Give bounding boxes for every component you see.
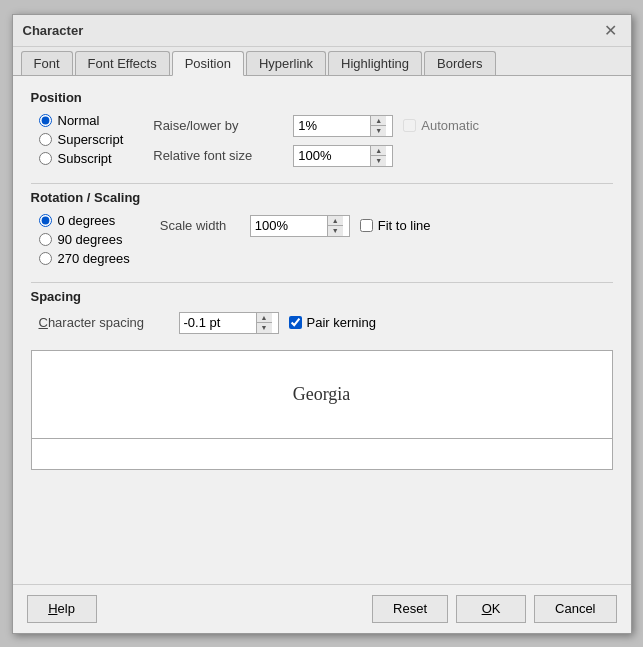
tab-borders[interactable]: Borders bbox=[424, 51, 496, 75]
fit-to-line-checkbox[interactable] bbox=[360, 219, 373, 232]
raise-lower-spinner[interactable]: ▲ ▼ bbox=[293, 115, 393, 137]
character-spacing-input[interactable] bbox=[180, 313, 256, 333]
raise-lower-arrows: ▲ ▼ bbox=[370, 116, 386, 136]
fit-to-line-row: Fit to line bbox=[360, 218, 431, 233]
rotation-270-row: 270 degrees bbox=[39, 251, 130, 266]
ok-button[interactable]: OK bbox=[456, 595, 526, 623]
tab-bar: Font Font Effects Position Hyperlink Hig… bbox=[13, 47, 631, 76]
help-button[interactable]: Help bbox=[27, 595, 97, 623]
rotation-270-radio[interactable] bbox=[39, 252, 52, 265]
divider-1 bbox=[31, 183, 613, 184]
divider-2 bbox=[31, 282, 613, 283]
scale-width-down-arrow[interactable]: ▼ bbox=[328, 226, 343, 236]
position-subscript-radio[interactable] bbox=[39, 152, 52, 165]
tab-font[interactable]: Font bbox=[21, 51, 73, 75]
relative-font-down-arrow[interactable]: ▼ bbox=[371, 156, 386, 166]
character-spacing-down-arrow[interactable]: ▼ bbox=[257, 323, 272, 333]
fit-to-line-label: Fit to line bbox=[378, 218, 431, 233]
position-normal-radio[interactable] bbox=[39, 114, 52, 127]
rotation-radio-group: 0 degrees 90 degrees 270 degrees bbox=[39, 213, 130, 266]
relative-font-up-arrow[interactable]: ▲ bbox=[371, 146, 386, 157]
automatic-label: Automatic bbox=[421, 118, 479, 133]
tab-content: Position Normal Superscript Subscript bbox=[13, 76, 631, 584]
position-subscript-label[interactable]: Subscript bbox=[58, 151, 112, 166]
tab-highlighting[interactable]: Highlighting bbox=[328, 51, 422, 75]
tab-hyperlink[interactable]: Hyperlink bbox=[246, 51, 326, 75]
pair-kerning-label: Pair kerning bbox=[307, 315, 376, 330]
rotation-0-label[interactable]: 0 degrees bbox=[58, 213, 116, 228]
rotation-0-row: 0 degrees bbox=[39, 213, 130, 228]
position-section-title: Position bbox=[31, 90, 613, 105]
character-spacing-arrows: ▲ ▼ bbox=[256, 313, 272, 333]
position-superscript-label[interactable]: Superscript bbox=[58, 132, 124, 147]
position-normal-label[interactable]: Normal bbox=[58, 113, 100, 128]
character-spacing-spinner[interactable]: ▲ ▼ bbox=[179, 312, 279, 334]
rotation-section: Rotation / Scaling 0 degrees 90 degrees … bbox=[31, 190, 613, 266]
title-bar: Character ✕ bbox=[13, 15, 631, 47]
scale-width-input[interactable] bbox=[251, 216, 327, 236]
help-label-text: elp bbox=[58, 601, 75, 616]
preview-bottom bbox=[32, 439, 612, 469]
dialog-footer: Help Reset OK Cancel bbox=[13, 584, 631, 633]
character-spacing-label: Character spacing bbox=[39, 315, 169, 330]
footer-right-buttons: Reset OK Cancel bbox=[372, 595, 616, 623]
relative-font-spinner[interactable]: ▲ ▼ bbox=[293, 145, 393, 167]
character-spacing-underline-char: C bbox=[39, 315, 48, 330]
raise-lower-input[interactable] bbox=[294, 116, 370, 136]
scale-width-label: Scale width bbox=[160, 218, 240, 233]
raise-lower-up-arrow[interactable]: ▲ bbox=[371, 116, 386, 127]
rotation-270-label[interactable]: 270 degrees bbox=[58, 251, 130, 266]
spacing-section: Spacing Character spacing ▲ ▼ Pair kerni… bbox=[31, 289, 613, 334]
scale-width-up-arrow[interactable]: ▲ bbox=[328, 216, 343, 227]
position-section: Position Normal Superscript Subscript bbox=[31, 90, 613, 167]
rotation-90-row: 90 degrees bbox=[39, 232, 130, 247]
character-spacing-up-arrow[interactable]: ▲ bbox=[257, 313, 272, 324]
rotation-90-radio[interactable] bbox=[39, 233, 52, 246]
position-superscript-row: Superscript bbox=[39, 132, 124, 147]
relative-font-input[interactable] bbox=[294, 146, 370, 166]
position-normal-row: Normal bbox=[39, 113, 124, 128]
position-subscript-row: Subscript bbox=[39, 151, 124, 166]
raise-lower-down-arrow[interactable]: ▼ bbox=[371, 126, 386, 136]
rotation-90-label[interactable]: 90 degrees bbox=[58, 232, 123, 247]
relative-font-arrows: ▲ ▼ bbox=[370, 146, 386, 166]
tab-font-effects[interactable]: Font Effects bbox=[75, 51, 170, 75]
preview-text: Georgia bbox=[293, 384, 351, 405]
relative-font-label: Relative font size bbox=[153, 148, 283, 163]
automatic-checkbox-row: Automatic bbox=[403, 118, 479, 133]
scale-width-arrows: ▲ ▼ bbox=[327, 216, 343, 236]
preview-box: Georgia bbox=[31, 350, 613, 470]
character-dialog: Character ✕ Font Font Effects Position H… bbox=[12, 14, 632, 634]
ok-underline: O bbox=[482, 601, 492, 616]
close-button[interactable]: ✕ bbox=[600, 21, 621, 40]
position-superscript-radio[interactable] bbox=[39, 133, 52, 146]
scale-width-spinner[interactable]: ▲ ▼ bbox=[250, 215, 350, 237]
rotation-0-radio[interactable] bbox=[39, 214, 52, 227]
spacing-section-title: Spacing bbox=[31, 289, 613, 304]
dialog-title: Character bbox=[23, 23, 84, 38]
ok-label-text: K bbox=[492, 601, 501, 616]
rotation-section-title: Rotation / Scaling bbox=[31, 190, 613, 205]
reset-button[interactable]: Reset bbox=[372, 595, 448, 623]
preview-top: Georgia bbox=[32, 351, 612, 439]
position-radio-group: Normal Superscript Subscript bbox=[39, 113, 124, 166]
help-underline: H bbox=[48, 601, 57, 616]
pair-kerning-checkbox[interactable] bbox=[289, 316, 302, 329]
tab-position[interactable]: Position bbox=[172, 51, 244, 76]
pair-kerning-row: Pair kerning bbox=[289, 315, 376, 330]
raise-lower-label: Raise/lower by bbox=[153, 118, 283, 133]
character-spacing-label-text: haracter spacing bbox=[48, 315, 144, 330]
cancel-button[interactable]: Cancel bbox=[534, 595, 616, 623]
automatic-checkbox[interactable] bbox=[403, 119, 416, 132]
